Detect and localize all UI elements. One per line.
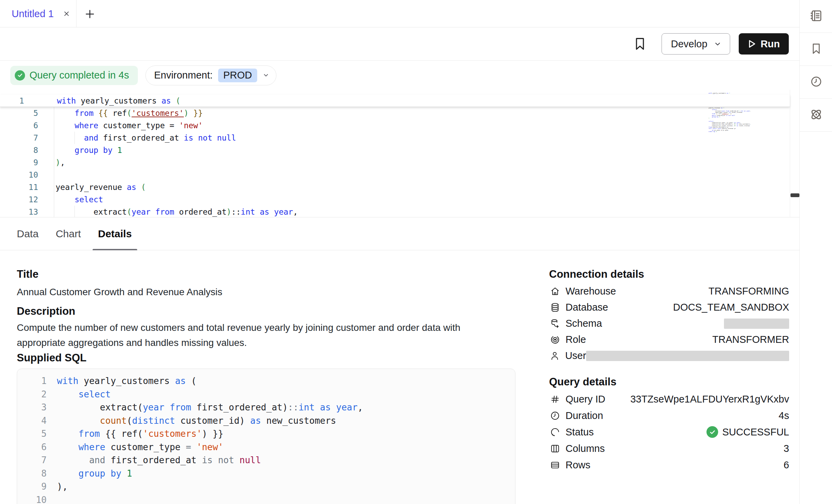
editor-line-5[interactable]: 5 from {{ ref('customers') }} [0, 107, 790, 119]
tab-chart[interactable]: Chart [50, 217, 86, 250]
line-number: 11 [0, 181, 54, 193]
row-label: Database [566, 302, 608, 313]
query-rows: Query ID33TZseWpe1ALFDUYerxR1gVKxbvDurat… [549, 391, 789, 473]
history-icon [810, 75, 823, 89]
run-button[interactable]: Run [739, 33, 789, 55]
editor-line-9[interactable]: 9), [0, 156, 790, 169]
editor-line-8[interactable]: 8 group by 1 [0, 144, 790, 156]
editor-line-10[interactable]: 10 [0, 169, 790, 181]
detail-row-role: RoleTRANSFORMER [549, 332, 789, 348]
plus-icon [84, 8, 96, 20]
row-value: 6 [784, 459, 789, 471]
supplied-sql-line-2: 2 select [25, 388, 515, 401]
connection-details-heading: Connection details [549, 268, 644, 280]
row-label: Warehouse [566, 286, 616, 297]
line-number: 7 [25, 455, 47, 465]
success-check-icon [706, 426, 718, 438]
bookmark-icon [632, 36, 647, 51]
detail-row-duration: Duration4s [549, 407, 789, 424]
sidebar-history-button[interactable] [800, 66, 832, 99]
row-value: TRANSFORMING [709, 286, 789, 297]
main-area: Untitled 1 Develop Run Query completed [0, 0, 799, 504]
redacted-value [724, 319, 789, 329]
detail-row-columns: Columns3 [549, 440, 789, 457]
role-icon [549, 334, 561, 345]
supplied-sql-line-4: 4 count(distinct customer_id) as new_cus… [25, 414, 515, 428]
title-value: Annual Customer Growth and Revenue Analy… [17, 285, 222, 300]
environment-dropdown[interactable]: Environment: PROD [145, 65, 276, 85]
develop-dropdown[interactable]: Develop [662, 33, 730, 55]
tab-untitled-1[interactable]: Untitled 1 [0, 0, 76, 27]
results-tabs: DataChartDetails [0, 217, 799, 250]
row-label: Role [566, 334, 586, 345]
editor-line-12[interactable]: 12 select [0, 193, 790, 206]
detail-row-schema: Schema [549, 315, 789, 332]
line-number: 4 [25, 416, 47, 426]
chevron-down-icon [713, 39, 722, 49]
line-number: 10 [25, 495, 47, 504]
detail-row-status: StatusSUCCESSFUL [549, 424, 789, 440]
editor-line-7[interactable]: 7 and first_ordered_at is not null [0, 132, 790, 144]
line-number: 9 [0, 156, 54, 169]
new-tab-button[interactable] [83, 8, 96, 21]
database-icon [549, 302, 561, 313]
row-label: Columns [566, 443, 605, 454]
duration-icon [549, 410, 561, 421]
detail-row-rows: Rows6 [549, 457, 789, 473]
line-number: 12 [0, 193, 54, 206]
sql-editor[interactable]: 1 with yearly_customers as ( 5 from {{ r… [0, 90, 799, 217]
details-panel: Title Annual Customer Growth and Revenue… [0, 250, 799, 504]
supplied-sql-line-10: 10 [25, 493, 515, 504]
editor-line-6[interactable]: 6 where customer_type = 'new' [0, 119, 790, 132]
bookmark-button[interactable] [632, 36, 648, 52]
supplied-sql-line-9: 9), [25, 480, 515, 493]
row-label: Rows [566, 459, 591, 471]
editor-scrollbar-thumb[interactable] [791, 193, 799, 197]
editor-rows[interactable]: 5 from {{ ref('customers') }}6 where cus… [0, 107, 790, 217]
rows-icon [549, 460, 561, 470]
toolbar: Develop Run [0, 27, 799, 61]
status-bar: Query completed in 4s Environment: PROD [0, 61, 799, 90]
sidebar-bookmark-button[interactable] [800, 33, 832, 66]
user-icon [549, 350, 560, 361]
editor-sticky-line[interactable]: 1 with yearly_customers as ( [0, 95, 790, 107]
query-details-heading: Query details [549, 376, 616, 388]
tab-data[interactable]: Data [11, 217, 44, 250]
editor-scrollbar-track[interactable] [790, 90, 799, 217]
bookmark-icon [810, 42, 823, 57]
supplied-sql-heading: Supplied SQL [17, 352, 86, 364]
detail-row-database: DatabaseDOCS_TEAM_SANDBOX [549, 299, 789, 315]
sticky-line-number: 1 [0, 96, 54, 105]
row-value: TRANSFORMER [712, 334, 789, 345]
chevron-down-icon [262, 71, 270, 79]
schema-icon [549, 318, 561, 329]
row-label: Query ID [566, 394, 605, 405]
supplied-sql-line-6: 6 where customer_type = 'new' [25, 441, 515, 454]
detail-row-warehouse: WarehouseTRANSFORMING [549, 283, 789, 299]
tab-details[interactable]: Details [93, 217, 137, 250]
row-label: Duration [566, 410, 603, 421]
sidebar-lineage-button[interactable] [800, 99, 832, 132]
play-icon [745, 37, 758, 50]
editor-line-13[interactable]: 13 extract(year from ordered_at)::int as… [0, 206, 790, 217]
detail-row-query-id: Query ID33TZseWpe1ALFDUYerxR1gVKxbv [549, 391, 789, 407]
line-number: 10 [0, 169, 54, 181]
query-status-text: Query completed in 4s [29, 70, 129, 81]
indent-guide [74, 206, 75, 217]
tab-title: Untitled 1 [12, 8, 54, 20]
supplied-sql-line-3: 3 extract(year from first_ordered_at)::i… [25, 401, 515, 414]
row-value: DOCS_TEAM_SANDBOX [673, 302, 789, 313]
line-number: 5 [25, 429, 47, 439]
run-label: Run [761, 38, 780, 50]
notebook-icon [809, 9, 823, 24]
row-value: 33TZseWpe1ALFDUYerxR1gVKxbv [630, 394, 789, 405]
query-id-icon [549, 394, 561, 405]
editor-line-11[interactable]: 11yearly_revenue as ( [0, 181, 790, 193]
close-tab-icon[interactable] [61, 9, 72, 19]
line-number: 1 [25, 376, 47, 386]
columns-icon [549, 443, 561, 454]
sidebar-notebook-button[interactable] [800, 0, 832, 33]
row-label: Schema [566, 318, 602, 329]
line-number: 9 [25, 481, 47, 492]
row-label: User [565, 350, 586, 361]
